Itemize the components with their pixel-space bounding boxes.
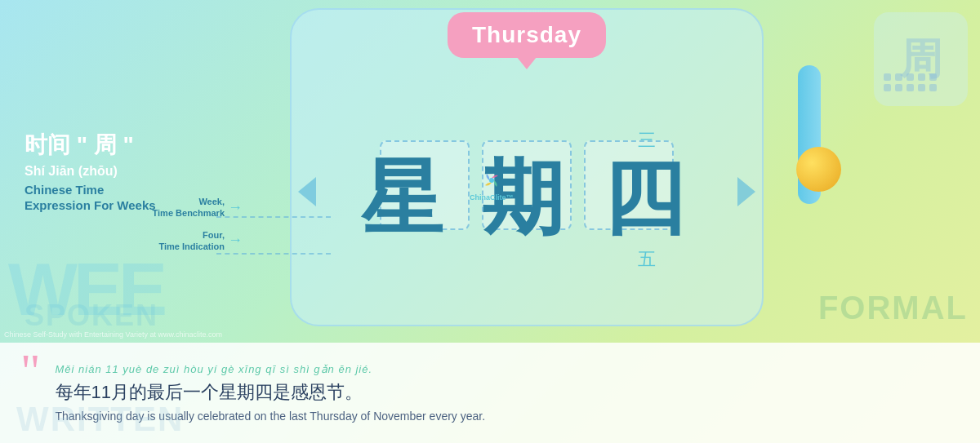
week-bg-text: WEE [8, 253, 163, 326]
thursday-label: Thursday [472, 22, 581, 47]
chinaclite-logo: ChinaClite™ [470, 169, 514, 202]
left-panel: WEE 时间 " 周 " Shí Jiān (zhōu) Chinese Tim… [0, 0, 237, 343]
annotation-four-arrow: → [228, 232, 243, 249]
bottom-section: WRITTEN " Měi nián 11 yuè de zuì hòu yí … [0, 343, 980, 443]
number-five-below: 五 [638, 247, 656, 272]
annotation-week-label: Week, Time Benchmark [143, 196, 225, 219]
formal-bg-text: FORMAL [818, 290, 968, 326]
title-pinyin: Shí Jiān (zhōu) [24, 164, 212, 179]
dashed-line-2 [216, 253, 331, 255]
annotations: Week, Time Benchmark → Four, Time Indica… [143, 196, 243, 262]
right-panel: 周 FORMAL [817, 0, 980, 343]
bottom-english: Thanksgiving day is usually celebrated o… [56, 410, 956, 423]
top-section: WEE 时间 " 周 " Shí Jiān (zhōu) Chinese Tim… [0, 0, 980, 343]
bottom-chinese: 每年11月的最后一个星期四是感恩节。 [56, 380, 956, 405]
bottom-text-block: Měi nián 11 yuè de zuì hòu yí gè xīng qī… [56, 363, 956, 423]
written-bg-text: WRITTEN [16, 400, 184, 439]
bottom-pinyin: Měi nián 11 yuè de zuì hòu yí gè xīng qī… [56, 363, 956, 375]
zhou-calendar-icon: 周 [874, 12, 968, 106]
pinwheel-icon [480, 169, 503, 192]
thursday-bubble: Thursday [448, 12, 606, 58]
dashed-line-1 [216, 216, 331, 218]
title-chinese: 时间 " 周 " [24, 130, 212, 161]
quote-mark-icon: " [20, 343, 41, 396]
arrow-right-icon[interactable] [737, 177, 755, 206]
annotation-week-arrow: → [228, 199, 243, 216]
watermark-left: Chinese Self-Study with Entertaining Var… [4, 330, 222, 339]
main-chinese-chars: 星 期 四 [361, 144, 693, 255]
gold-ball-decoration [796, 147, 841, 192]
annotation-four: Four, Time Indication → [143, 229, 243, 253]
arrow-left-icon[interactable] [298, 177, 316, 206]
svg-point-0 [489, 178, 494, 183]
calendar-dots [884, 73, 938, 91]
center-panel: xīng q ī sì Thursday 三 星 期 四 五 [237, 0, 817, 343]
annotation-four-label: Four, Time Indication [143, 229, 225, 253]
